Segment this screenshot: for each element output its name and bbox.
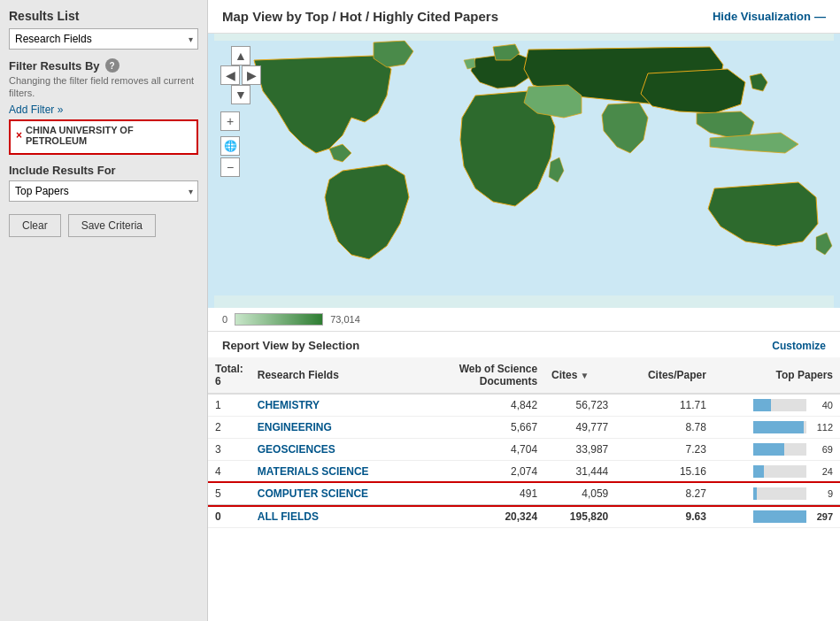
- cell-rank: 4: [208, 461, 250, 483]
- filter-note: Changing the filter field removes all cu…: [9, 74, 198, 100]
- cell-top-papers: 40: [713, 394, 840, 417]
- hide-viz-dash-icon: —: [814, 10, 826, 23]
- col-header-field: Research Fields: [250, 357, 420, 394]
- cell-wos-docs: 5,667: [420, 417, 544, 439]
- filter-results-label: Filter Results By: [9, 59, 100, 73]
- filter-tag-box: × CHINA UNIVERSITY OF PETROLEUM: [9, 119, 198, 155]
- col-header-wos: Web of ScienceDocuments: [420, 357, 544, 394]
- table-body: 1CHEMISTRY4,84256,72311.71402ENGINEERING…: [208, 394, 840, 528]
- customize-link[interactable]: Customize: [772, 340, 826, 352]
- hide-visualization-link[interactable]: Hide Visualization —: [713, 10, 826, 23]
- table-area: Report View by Selection Customize Total…: [208, 332, 840, 621]
- scale-bar-gradient: [235, 313, 323, 326]
- filter-tag-text: CHINA UNIVERSITY OF PETROLEUM: [26, 125, 191, 146]
- filter-results-section: Filter Results By ? Changing the filter …: [9, 58, 198, 155]
- cell-rank: 3: [208, 439, 250, 461]
- cell-cites-per-paper: 8.27: [615, 483, 713, 506]
- results-list-section: Results List Research Fields Authors Ins…: [9, 9, 198, 50]
- cell-cites: 31,444: [544, 461, 615, 483]
- cell-top-papers: 9: [713, 483, 840, 506]
- cell-wos-docs: 2,074: [420, 461, 544, 483]
- cell-rank: 5: [208, 483, 250, 506]
- pan-up-button[interactable]: ▲: [231, 46, 250, 65]
- cell-rank: 2: [208, 417, 250, 439]
- cell-cites-per-paper: 11.71: [615, 394, 713, 417]
- cell-field[interactable]: GEOSCIENCES: [250, 439, 420, 461]
- results-list-dropdown-wrapper: Research Fields Authors Institutions Cou…: [9, 28, 198, 50]
- table-row: 4MATERIALS SCIENCE2,07431,44415.1624: [208, 461, 840, 483]
- table-row: 1CHEMISTRY4,84256,72311.7140: [208, 394, 840, 417]
- pan-left-button[interactable]: ◀: [220, 65, 240, 85]
- zoom-in-button[interactable]: +: [220, 111, 240, 131]
- cell-cites: 4,059: [544, 483, 615, 506]
- scale-min-label: 0: [222, 314, 227, 325]
- action-buttons: Clear Save Criteria: [9, 214, 198, 237]
- cell-wos-docs: 491: [420, 483, 544, 506]
- cell-cites-per-paper: 15.16: [615, 461, 713, 483]
- cell-top-papers: 112: [713, 417, 840, 439]
- cell-cites: 195,820: [544, 505, 615, 528]
- main-content: Map View by Top / Hot / Highly Cited Pap…: [208, 0, 840, 621]
- cell-cites-per-paper: 8.78: [615, 417, 713, 439]
- save-criteria-button[interactable]: Save Criteria: [68, 214, 156, 237]
- col-header-cites-per-paper: Cites/Paper: [615, 357, 713, 394]
- globe-button[interactable]: 🌐: [220, 136, 240, 156]
- cell-cites-per-paper: 7.23: [615, 439, 713, 461]
- include-results-dropdown-wrapper: Top Papers Hot Papers Highly Cited Paper…: [9, 180, 198, 202]
- cites-sort-icon: ▼: [580, 371, 589, 380]
- cell-cites: 56,723: [544, 394, 615, 417]
- col-header-total: Total: 6: [208, 357, 250, 394]
- filter-tag-remove-icon[interactable]: ×: [16, 129, 22, 142]
- include-results-label: Include Results For: [9, 164, 198, 177]
- cell-cites-per-paper: 9.63: [615, 505, 713, 528]
- table-header-row: Report View by Selection Customize: [208, 332, 840, 357]
- cell-top-papers: 24: [713, 461, 840, 483]
- add-filter-link[interactable]: Add Filter »: [9, 104, 63, 116]
- cell-cites: 33,987: [544, 439, 615, 461]
- cell-wos-docs: 4,842: [420, 394, 544, 417]
- cell-field[interactable]: COMPUTER SCIENCE: [250, 483, 420, 506]
- hide-viz-label: Hide Visualization: [713, 10, 811, 23]
- include-results-section: Include Results For Top Papers Hot Paper…: [9, 164, 198, 202]
- report-view-title: Report View by Selection: [222, 339, 359, 352]
- map-controls: ▲ ◀ ▶ ▼ + 🌐 −: [220, 46, 261, 177]
- cell-top-papers: 69: [713, 439, 840, 461]
- clear-button[interactable]: Clear: [9, 214, 61, 237]
- pan-down-button[interactable]: ▼: [231, 85, 250, 104]
- svg-rect-1: [214, 34, 834, 41]
- cell-wos-docs: 4,704: [420, 439, 544, 461]
- table-row: 3GEOSCIENCES4,70433,9877.2369: [208, 439, 840, 461]
- scale-bar-row: 0 73,014: [208, 308, 840, 332]
- table-row: 2ENGINEERING5,66749,7778.78112: [208, 417, 840, 439]
- scale-max-label: 73,014: [330, 314, 360, 325]
- svg-rect-2: [214, 295, 834, 308]
- col-header-top-papers: Top Papers: [713, 357, 840, 394]
- cell-top-papers: 297: [713, 505, 840, 528]
- cell-field[interactable]: MATERIALS SCIENCE: [250, 461, 420, 483]
- cell-wos-docs: 20,324: [420, 505, 544, 528]
- zoom-out-button[interactable]: −: [220, 157, 240, 177]
- cell-rank: 0: [208, 505, 250, 528]
- sidebar: Results List Research Fields Authors Ins…: [0, 0, 208, 621]
- results-list-label: Results List: [9, 9, 198, 23]
- cell-field[interactable]: ENGINEERING: [250, 417, 420, 439]
- cell-field[interactable]: CHEMISTRY: [250, 394, 420, 417]
- map-area: ▲ ◀ ▶ ▼ + 🌐 −: [208, 34, 840, 308]
- help-icon[interactable]: ?: [105, 58, 119, 73]
- cell-rank: 1: [208, 394, 250, 417]
- main-header: Map View by Top / Hot / Highly Cited Pap…: [208, 0, 840, 34]
- table-row: 5COMPUTER SCIENCE4914,0598.279: [208, 483, 840, 506]
- include-results-dropdown[interactable]: Top Papers Hot Papers Highly Cited Paper…: [9, 180, 198, 202]
- table-header-row-el: Total: 6 Research Fields Web of ScienceD…: [208, 357, 840, 394]
- map-title: Map View by Top / Hot / Highly Cited Pap…: [222, 9, 498, 24]
- data-table: Total: 6 Research Fields Web of ScienceD…: [208, 357, 840, 528]
- col-header-cites[interactable]: Cites ▼: [544, 357, 615, 394]
- cell-field[interactable]: ALL FIELDS: [250, 505, 420, 528]
- world-map[interactable]: [208, 34, 840, 308]
- results-list-dropdown[interactable]: Research Fields Authors Institutions Cou…: [9, 28, 198, 50]
- table-row: 0ALL FIELDS20,324195,8209.63297: [208, 505, 840, 528]
- cell-cites: 49,777: [544, 417, 615, 439]
- pan-right-button[interactable]: ▶: [242, 65, 261, 85]
- filter-results-header: Filter Results By ?: [9, 58, 198, 73]
- filter-tag: × CHINA UNIVERSITY OF PETROLEUM: [16, 125, 191, 146]
